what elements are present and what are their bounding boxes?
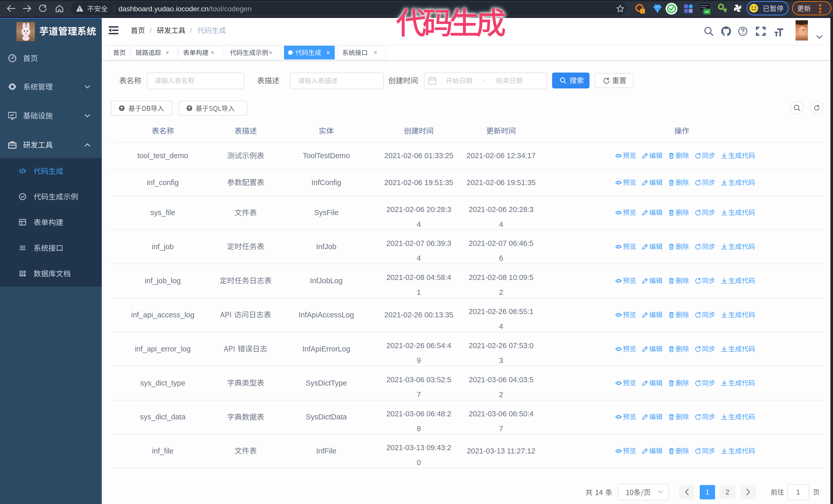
- svg-text:on: on: [705, 10, 709, 14]
- svg-text:1: 1: [642, 9, 644, 13]
